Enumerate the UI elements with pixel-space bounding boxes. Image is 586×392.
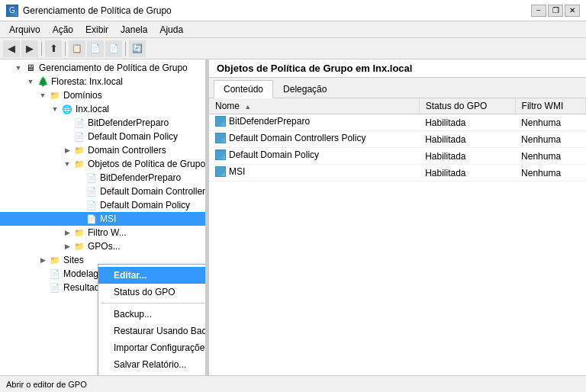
tree-item-filtros[interactable]: ▶ 📁 Filtro W... <box>0 226 205 239</box>
app-icon: G <box>6 5 18 17</box>
toolbar-sep-1 <box>41 42 42 56</box>
gpos-icon: 📁 <box>73 240 85 252</box>
tree-item-defaultdomain[interactable]: 📄 Default Domain Policy <box>0 130 205 143</box>
filtros-label: Filtro W... <box>88 227 127 238</box>
tree-item-obj-bitdefender[interactable]: 📄 BitDefenderPreparo <box>0 171 205 185</box>
ctx-importar[interactable]: Importar Configurações... <box>98 339 206 356</box>
expand-root[interactable]: ▼ <box>12 62 24 74</box>
menu-janela[interactable]: Janela <box>114 21 153 37</box>
expand-obj-ddp <box>73 199 85 211</box>
tree-item-domaincontrollers[interactable]: ▶ 📁 Domain Controllers <box>0 143 205 157</box>
tree-item-obj-msi[interactable]: 📄 MSI <box>0 212 205 226</box>
row-icon-container: Default Domain Controllers Policy <box>215 133 365 143</box>
expand-gpos[interactable]: ▶ <box>61 240 73 252</box>
dominios-icon: 📁 <box>49 89 61 101</box>
toolbar-sep-2 <box>65 42 66 56</box>
properties-button[interactable]: 📄 <box>105 40 122 57</box>
tree-item-gpos[interactable]: ▶ 📁 GPOs... <box>0 239 205 253</box>
col-nome[interactable]: Nome ▲ <box>209 98 419 114</box>
expand-objetos[interactable]: ▼ <box>61 158 73 170</box>
modelagem-icon: 📄 <box>49 268 61 280</box>
ctx-status-gpo[interactable]: Status do GPO ▶ <box>98 284 206 300</box>
ctx-editar-label: Editar... <box>114 270 146 281</box>
ctx-salvar[interactable]: Salvar Relatório... <box>98 356 206 373</box>
sites-icon: 📁 <box>49 254 61 266</box>
row-name-text: Default Domain Controllers Policy <box>229 133 365 143</box>
row-filter: Nenhuma <box>515 165 585 182</box>
objetos-label: Objetos de Política de Grupo <box>88 159 205 169</box>
menu-ajuda[interactable]: Ajuda <box>153 21 189 37</box>
ctx-importar-label: Importar Configurações... <box>114 342 206 353</box>
expand-ddp <box>61 130 73 143</box>
expand-dc[interactable]: ▶ <box>61 144 73 156</box>
tab-delegacao[interactable]: Delegação <box>273 80 336 98</box>
tab-conteudo[interactable]: Conteúdo <box>214 80 273 98</box>
row-status: Habilitada <box>419 165 515 182</box>
inxlocal-icon: 🌐 <box>61 103 73 115</box>
ctx-editar[interactable]: Editar... <box>98 267 206 284</box>
obj-bd-icon: 📄 <box>85 172 98 184</box>
floresta-icon: 🌲 <box>37 76 49 88</box>
paste-button[interactable]: 📄 <box>87 40 104 57</box>
gpo-icon <box>215 116 226 127</box>
tree-item-objetos[interactable]: ▼ 📁 Objetos de Política de Grupo <box>0 157 205 171</box>
expand-sites[interactable]: ▶ <box>37 254 49 266</box>
menu-acao[interactable]: Ação <box>47 21 79 37</box>
status-bar: Abrir o editor de GPO <box>0 375 586 392</box>
menu-exibir[interactable]: Exibir <box>79 21 114 37</box>
refresh-button[interactable]: 🔄 <box>129 40 146 57</box>
right-panel: Objetos de Política de Grupo em Inx.loca… <box>209 59 586 375</box>
expand-floresta[interactable]: ▼ <box>24 76 37 88</box>
status-text: Abrir o editor de GPO <box>6 380 87 389</box>
minimize-button[interactable]: − <box>531 5 546 17</box>
row-name: Default Domain Controllers Policy <box>209 131 419 148</box>
forward-button[interactable]: ▶ <box>21 40 38 57</box>
expand-resultados <box>37 281 49 294</box>
gpo-icon <box>215 166 226 177</box>
row-name: MSI <box>209 165 419 182</box>
close-button[interactable]: ✕ <box>565 5 580 17</box>
menu-arquivo[interactable]: Arquivo <box>3 21 47 37</box>
col-status[interactable]: Status do GPO <box>419 98 515 114</box>
row-status: Habilitada <box>419 114 515 131</box>
ctx-backup[interactable]: Backup... <box>98 306 206 323</box>
expand-obj-bd <box>73 172 85 184</box>
tree-item-inxlocal[interactable]: ▼ 🌐 Inx.local <box>0 102 205 116</box>
tree-item-bitdefender[interactable]: 📄 BitDefenderPreparo <box>0 116 205 130</box>
inxlocal-label: Inx.local <box>76 104 109 114</box>
tree-item-root[interactable]: ▼ 🖥 Gerenciamento de Política de Grupo <box>0 61 205 75</box>
row-filter: Nenhuma <box>515 148 585 165</box>
tree-item-obj-ddp[interactable]: 📄 Default Domain Policy <box>0 198 205 212</box>
ctx-restaurar[interactable]: Restaurar Usando Backup... <box>98 323 206 339</box>
expand-obj-ddcp <box>73 185 85 198</box>
expand-inxlocal[interactable]: ▼ <box>49 103 61 115</box>
table-row[interactable]: BitDefenderPreparo Habilitada Nenhuma <box>209 114 586 131</box>
row-name: Default Domain Policy <box>209 148 419 165</box>
table-row[interactable]: MSI Habilitada Nenhuma <box>209 165 586 182</box>
restore-button[interactable]: ❐ <box>548 5 563 17</box>
sort-nome-icon: ▲ <box>244 103 251 111</box>
title-bar: G Gerenciamento de Política de Grupo − ❐… <box>0 0 586 21</box>
title-bar-left: G Gerenciamento de Política de Grupo <box>6 5 172 17</box>
up-button[interactable]: ⬆ <box>45 40 62 57</box>
obj-msi-label: MSI <box>100 214 116 224</box>
window-title: Gerenciamento de Política de Grupo <box>23 5 172 16</box>
gpo-table-container: Nome ▲ Status do GPO Filtro WMI BitDefen… <box>209 98 586 375</box>
tree-item-obj-ddcp[interactable]: 📄 Default Domain Controllers Poli <box>0 185 205 198</box>
right-panel-title: Objetos de Política de Grupo em Inx.loca… <box>209 59 586 78</box>
expand-filtros[interactable]: ▶ <box>61 227 73 239</box>
title-bar-controls: − ❐ ✕ <box>531 5 580 17</box>
dc-icon: 📁 <box>73 144 85 156</box>
expand-dominios[interactable]: ▼ <box>37 89 49 101</box>
back-button[interactable]: ◀ <box>3 40 20 57</box>
root-icon: 🖥 <box>24 62 37 74</box>
table-row[interactable]: Default Domain Controllers Policy Habili… <box>209 131 586 148</box>
dominios-label: Domínios <box>63 90 102 101</box>
tree-item-floresta[interactable]: ▼ 🌲 Floresta: Inx.local <box>0 75 205 88</box>
table-row[interactable]: Default Domain Policy Habilitada Nenhuma <box>209 148 586 165</box>
tree-item-dominios[interactable]: ▼ 📁 Domínios <box>0 88 205 102</box>
ctx-status-gpo-label: Status do GPO <box>114 287 175 297</box>
col-filtro[interactable]: Filtro WMI <box>515 98 585 114</box>
copy-button[interactable]: 📋 <box>69 40 85 57</box>
bitdefender-label: BitDefenderPreparo <box>88 117 169 128</box>
